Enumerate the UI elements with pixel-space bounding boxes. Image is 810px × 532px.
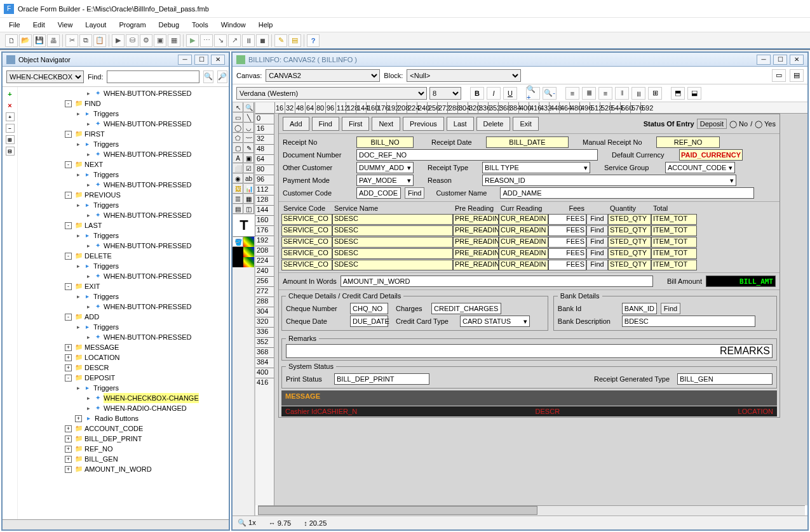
- customer-name-field[interactable]: ADD_NAME: [500, 187, 754, 199]
- pause-icon[interactable]: ⏸: [242, 34, 255, 47]
- tree-node[interactable]: ▸✦WHEN-BUTTON-PRESSED: [19, 180, 229, 190]
- service-group-select[interactable]: ACCOUNT_CODE: [665, 162, 735, 173]
- find-prev-icon[interactable]: 🔎: [217, 70, 227, 83]
- tree-node[interactable]: +📁LOCATION: [19, 352, 229, 362]
- cheque-date-field[interactable]: DUE_DATE: [350, 316, 388, 327]
- distribute-h-icon[interactable]: ⫴: [615, 87, 629, 100]
- print-icon[interactable]: 🖶: [47, 34, 60, 47]
- align-center-icon[interactable]: ≣: [582, 87, 596, 100]
- save-icon[interactable]: 💾: [33, 34, 46, 47]
- stop-icon[interactable]: ⏹: [256, 34, 269, 47]
- text-tool-icon[interactable]: A: [233, 153, 243, 163]
- magnify-tool-icon[interactable]: 🔍: [243, 102, 254, 112]
- tree-node[interactable]: ▸▸Triggers: [19, 109, 229, 119]
- step-out-icon[interactable]: ↗: [228, 34, 241, 47]
- navigator-dropdown[interactable]: WHEN-CHECKBOX: [6, 70, 84, 83]
- fill-palette-icon[interactable]: [243, 237, 254, 247]
- freehand-tool-icon[interactable]: ✎: [243, 143, 254, 153]
- font-select[interactable]: Verdana (Western): [236, 87, 427, 100]
- bank-id-field[interactable]: BANK_ID: [622, 303, 657, 314]
- tree-node[interactable]: -📁NEXT: [19, 159, 229, 170]
- display-tool-icon[interactable]: ▦: [243, 194, 254, 204]
- polygon-tool-icon[interactable]: ⬠: [233, 133, 243, 143]
- tree-node[interactable]: +📁BILL_DEP_PRINT: [19, 434, 229, 444]
- cut-icon[interactable]: ✂: [65, 34, 78, 47]
- frame-tool-icon[interactable]: ▣: [243, 153, 254, 163]
- textitem-tool-icon[interactable]: ab: [243, 173, 254, 183]
- checkbox-tool-icon[interactable]: ☑: [243, 163, 254, 173]
- bank-description-field[interactable]: BDESC: [622, 316, 755, 327]
- menu-layout[interactable]: Layout: [79, 20, 112, 30]
- tree-node[interactable]: ▸▸Triggers: [19, 322, 229, 332]
- menu-debug[interactable]: Debug: [152, 20, 186, 30]
- image-tool-icon[interactable]: 🖼: [233, 183, 243, 194]
- tree-node[interactable]: ▸✦WHEN-BUTTON-PRESSED: [19, 149, 229, 159]
- document-number-field[interactable]: DOC_REF_NO: [356, 149, 598, 161]
- rect-tool-icon[interactable]: ▭: [233, 112, 243, 123]
- tree-node[interactable]: ▸✦WHEN-BUTTON-PRESSED: [19, 119, 229, 129]
- canvas-select[interactable]: CANVAS2: [266, 69, 380, 82]
- menu-view[interactable]: View: [51, 20, 79, 30]
- minimize-icon[interactable]: ─: [178, 55, 192, 65]
- next-button[interactable]: Next: [372, 117, 400, 131]
- grid-row[interactable]: SERVICE_COSDESCPRE_READINCUR_READINFEESF…: [281, 225, 777, 236]
- last-button[interactable]: Last: [447, 117, 474, 131]
- tree-node[interactable]: -📁EXIT: [19, 281, 229, 291]
- tree-node[interactable]: ▸✦WHEN-BUTTON-PRESSED: [19, 271, 229, 281]
- canvas-hscroll[interactable]: [258, 505, 805, 515]
- tree-node[interactable]: +📁BILL_GEN: [19, 454, 229, 464]
- italic-icon[interactable]: I: [487, 87, 501, 100]
- remarks-field[interactable]: REMARKS: [286, 344, 773, 358]
- copy-icon[interactable]: ⧉: [79, 34, 92, 47]
- font-size-select[interactable]: 8: [429, 87, 461, 100]
- stack-tool-icon[interactable]: ◫: [243, 204, 254, 214]
- tree-node[interactable]: ▸▸Triggers: [19, 261, 229, 271]
- payment-mode-select[interactable]: PAY_MODE: [356, 175, 414, 186]
- manual-receipt-no-field[interactable]: REF_NO: [656, 136, 720, 148]
- expand-all-icon[interactable]: ⊞: [6, 135, 15, 144]
- canvas-minimize-icon[interactable]: ─: [757, 55, 771, 65]
- bring-front-icon[interactable]: ⬒: [671, 87, 685, 100]
- menu-edit[interactable]: Edit: [27, 20, 51, 30]
- tree-node[interactable]: +📁ACCOUNT_CODE: [19, 423, 229, 434]
- collapse-all-icon[interactable]: ⊟: [6, 147, 15, 156]
- tree-node[interactable]: -📁ADD: [19, 312, 229, 322]
- add-node-icon[interactable]: +: [6, 90, 15, 98]
- other-customer-select[interactable]: DUMMY_ADD: [356, 162, 414, 173]
- line-palette-icon[interactable]: [243, 247, 254, 257]
- text-palette-icon[interactable]: [243, 257, 254, 267]
- roundrect-tool-icon[interactable]: ▢: [233, 143, 243, 153]
- tree-node[interactable]: +📁MESSAGE: [19, 342, 229, 352]
- previous-button[interactable]: Previous: [403, 117, 444, 131]
- find-input[interactable]: [107, 70, 199, 83]
- zoom-out-icon[interactable]: 🔍-: [543, 87, 557, 100]
- delete-button[interactable]: Delete: [476, 117, 511, 131]
- navigator-tree[interactable]: ▸✦WHEN-BUTTON-PRESSED-📁FIND▸▸Triggers▸✦W…: [18, 87, 229, 519]
- grid-row[interactable]: SERVICE_COSDESCPRE_READINCUR_READINFEESF…: [281, 214, 777, 225]
- module-icon[interactable]: ▣: [154, 34, 166, 47]
- arc-tool-icon[interactable]: ◡: [243, 123, 254, 133]
- frame-icon[interactable]: ▭: [772, 69, 786, 82]
- tree-node[interactable]: -📁PREVIOUS: [19, 190, 229, 200]
- tree-node[interactable]: ▸✦WHEN-BUTTON-PRESSED: [19, 332, 229, 342]
- tree-node[interactable]: ▸▸Triggers: [19, 291, 229, 302]
- tree-node[interactable]: ▸✦WHEN-BUTTON-PRESSED: [19, 88, 229, 98]
- db-icon[interactable]: ⛁: [126, 34, 138, 47]
- navigator-hscroll[interactable]: [3, 519, 229, 529]
- tree-node[interactable]: ▸✦WHEN-BUTTON-PRESSED: [19, 241, 229, 251]
- zoom-in-icon[interactable]: 🔍+: [526, 87, 540, 100]
- align-icon[interactable]: ⊞: [648, 87, 662, 100]
- find-next-icon[interactable]: 🔍: [203, 70, 213, 83]
- canvas-maximize-icon[interactable]: ☐: [773, 55, 787, 65]
- deposit-radio-no[interactable]: ◯ No: [729, 120, 748, 128]
- tree-node[interactable]: ▸▸Triggers: [19, 170, 229, 180]
- receipt-date-field[interactable]: BILL_DATE: [486, 136, 569, 148]
- customer-code-find-button[interactable]: Find: [405, 187, 424, 199]
- line-color-icon[interactable]: [233, 247, 243, 257]
- tree-node[interactable]: +📁DESCR: [19, 362, 229, 373]
- tree-node[interactable]: +📁REF_NO: [19, 444, 229, 454]
- tree-node[interactable]: -📁DEPOSIT: [19, 373, 229, 383]
- compile-icon[interactable]: ⚙: [140, 34, 152, 47]
- align-right-icon[interactable]: ≡: [598, 87, 612, 100]
- grid-row[interactable]: SERVICE_COSDESCPRE_READINCUR_READINFEESF…: [281, 237, 777, 248]
